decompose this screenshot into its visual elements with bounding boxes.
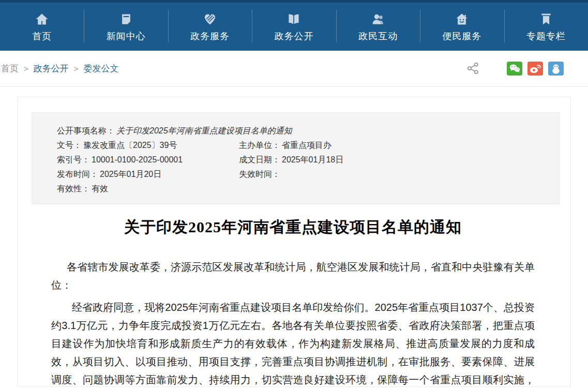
meta-row: 有效性：有效 [57,182,549,196]
meta-value: 2025年01月20日 [100,170,161,178]
meta-value: 有效 [92,184,108,193]
meta-label: 公开事项名称： [57,126,115,135]
nav-item-label: 新闻中心 [107,30,146,42]
document-meta: 公开事项名称：关于印发2025年河南省重点建设项目名单的通知 文号：豫发改重点〔… [32,112,560,204]
nav-item-label: 政务服务 [190,30,230,42]
share-cluster [466,51,564,86]
meta-label: 文号： [57,141,82,150]
meta-row: 索引号：10001-0100-2025-00001 成文日期：2025年01月1… [57,153,549,167]
meta-value: 省重点项目办 [282,141,331,150]
nav-item-topics[interactable]: 专题专栏 [504,3,588,51]
weibo-share-icon[interactable] [527,62,543,76]
meta-row-item-name: 公开事项名称：关于印发2025年河南省重点建设项目名单的通知 [57,124,549,138]
breadcrumb-current[interactable]: 委发公文 [84,63,119,74]
main-nav: 首页 新闻中心 政务服务 [0,3,588,51]
wechat-share-icon[interactable] [507,62,522,76]
page-title: 关于印发2025年河南省重点建设项目名单的通知 [51,216,535,238]
meta-label: 发布时间： [57,170,98,178]
breadcrumb-separator: > [74,64,79,73]
nav-item-home[interactable]: 首页 [0,3,84,51]
nav-item-label: 便民服务 [442,30,481,42]
home-icon [35,11,49,26]
salutation-paragraph: 各省辖市发展改革委，济源示范区发展改革和统计局，航空港区发展和统计局，省直和中央… [51,258,535,294]
meta-value: 10001-0100-2025-00001 [92,155,183,164]
qq-share-icon[interactable] [548,62,564,76]
meta-label: 成文日期： [239,155,280,164]
meta-label: 失效时间： [239,170,280,178]
nav-item-disclosure[interactable]: 政务公开 [252,3,336,51]
nav-item-news[interactable]: 新闻中心 [84,3,168,51]
meta-row: 发布时间：2025年01月20日 失效时间： [57,167,549,182]
meta-value: 2025年01月18日 [282,155,343,164]
news-icon [119,11,133,26]
meta-label: 索引号： [57,155,90,164]
breadcrumb: 首页 > 政务公开 > 委发公文 [0,51,588,87]
nav-item-label: 首页 [32,30,52,42]
body-paragraph: 经省政府同意，现将2025年河南省重点建设项目名单印发给你们。2025年省重点项… [51,299,535,388]
people-icon [370,11,386,26]
document-panel: 公开事项名称：关于印发2025年河南省重点建设项目名单的通知 文号：豫发改重点〔… [17,97,571,387]
meta-label: 主办单位： [239,141,280,150]
nav-item-label: 政务公开 [274,30,313,42]
house-smile-icon [454,11,470,26]
meta-label: 有效性： [57,184,90,193]
open-book-icon [286,11,301,26]
breadcrumb-separator: > [24,64,28,73]
share-icon[interactable] [466,62,480,76]
nav-item-services[interactable]: 政务服务 [168,3,252,51]
nav-item-label: 政民互动 [358,30,398,42]
nav-item-convenience[interactable]: 便民服务 [420,3,504,51]
nav-item-interaction[interactable]: 政民互动 [336,3,420,51]
breadcrumb-home[interactable]: 首页 [1,63,19,74]
meta-row: 文号：豫发改重点〔2025〕39号 主办单位：省重点项目办 [57,138,549,153]
document-body: 各省辖市发展改革委，济源示范区发展改革和统计局，航空港区发展和统计局，省直和中央… [51,258,535,388]
nav-item-label: 专题专栏 [526,30,566,42]
bookmark-icon [539,11,553,26]
hands-heart-icon [202,11,218,26]
meta-value: 豫发改重点〔2025〕39号 [83,141,177,150]
breadcrumb-disclosure[interactable]: 政务公开 [34,63,69,74]
meta-value: 关于印发2025年河南省重点建设项目名单的通知 [116,126,292,135]
